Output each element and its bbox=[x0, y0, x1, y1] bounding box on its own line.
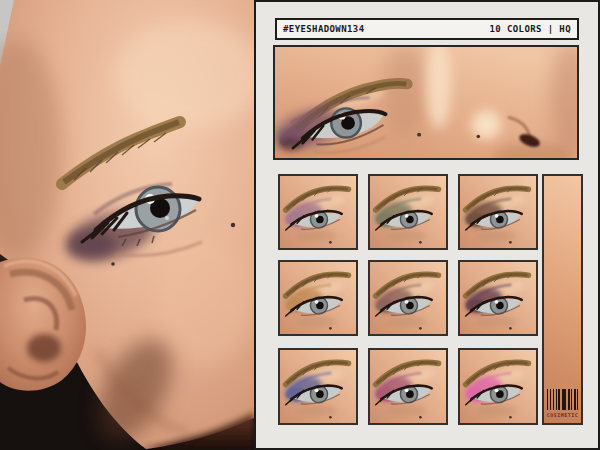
model-face-render bbox=[0, 0, 254, 450]
swatch-cell-hot-pink bbox=[458, 348, 538, 425]
creator-label: COSIMETIC bbox=[544, 412, 581, 418]
swatch-cell-golden-tan bbox=[278, 260, 358, 336]
swatch-cell-mauve-pink bbox=[278, 174, 358, 250]
colors-hq-badge: 10 COLORS | HQ bbox=[490, 24, 571, 34]
swatch-cell-deep-plum bbox=[458, 260, 538, 336]
beauty-mark bbox=[477, 135, 481, 139]
header-bar: #EYESHADOWN134 10 COLORS | HQ bbox=[275, 18, 579, 40]
cc-preview-image: #EYESHADOWN134 10 COLORS | HQ bbox=[0, 0, 600, 450]
swatch-cell-smoky-rose bbox=[368, 260, 448, 336]
swatch-cell-blue-violet bbox=[278, 348, 358, 425]
product-title: #EYESHADOWN134 bbox=[283, 24, 364, 34]
beauty-mark bbox=[111, 262, 115, 266]
info-panel: #EYESHADOWN134 10 COLORS | HQ bbox=[254, 0, 600, 450]
swatch-cell-berry-rose bbox=[368, 348, 448, 425]
swatch-cell-warm-brown bbox=[458, 174, 538, 250]
main-preview-image bbox=[275, 47, 577, 158]
swatch-cell-olive-khaki bbox=[368, 174, 448, 250]
beauty-mark bbox=[231, 223, 235, 227]
barcode bbox=[547, 389, 578, 410]
beauty-mark bbox=[417, 133, 421, 137]
side-skin-strip: COSIMETIC bbox=[542, 174, 583, 425]
main-preview-box bbox=[273, 45, 579, 160]
face-illustration bbox=[0, 0, 254, 450]
